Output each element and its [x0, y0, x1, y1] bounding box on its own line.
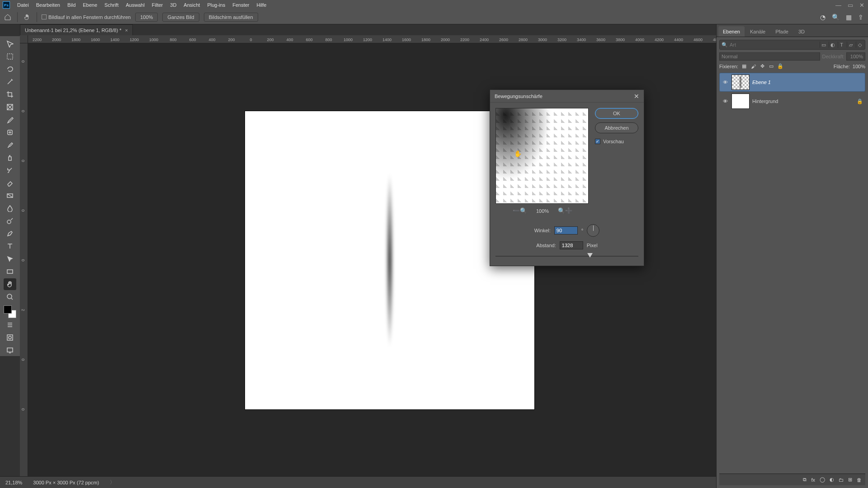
fit-screen-button[interactable]: Ganzes Bild [162, 13, 199, 22]
cloud-docs-icon[interactable]: ◔ [820, 14, 826, 21]
new-layer-icon[interactable]: ⊞ [848, 477, 852, 483]
minimize-icon[interactable]: — [835, 2, 841, 9]
layer-filter-bar[interactable]: 🔍 ▭ ◐ T ▱ ◇ [719, 40, 865, 50]
hand-tool[interactable] [4, 278, 16, 290]
group-icon[interactable]: 🗀 [839, 477, 844, 483]
scroll-all-windows-checkbox[interactable]: Bildlauf in allen Fenstern durchführen [42, 14, 131, 20]
fill-value[interactable]: 100% [853, 64, 865, 69]
lasso-tool[interactable] [4, 63, 16, 75]
adjustment-icon[interactable]: ◐ [830, 477, 834, 483]
zoom-in-icon[interactable]: 🔍➕ [558, 207, 572, 214]
workspace-icon[interactable]: ▦ [846, 14, 852, 21]
screen-mode-tool[interactable] [4, 344, 16, 356]
dodge-tool[interactable] [4, 215, 16, 227]
panel-tab-pfade[interactable]: Pfade [771, 26, 793, 37]
path-select-tool[interactable] [4, 253, 16, 265]
angle-input[interactable]: 90 [554, 226, 578, 235]
link-layers-icon[interactable]: ⧉ [803, 477, 807, 483]
quick-mask-tool[interactable] [4, 332, 16, 343]
lock-all-icon[interactable]: 🔒 [777, 63, 783, 69]
healing-tool[interactable] [4, 127, 16, 138]
status-doc-info[interactable]: 3000 Px × 3000 Px (72 ppcm) [33, 480, 99, 485]
layer-row[interactable]: 👁Hintergrund🔒 [719, 92, 865, 111]
fill-screen-button[interactable]: Bildschirm ausfüllen [204, 13, 258, 22]
menu-item-ansicht[interactable]: Ansicht [180, 2, 203, 8]
fx-icon[interactable]: fx [811, 477, 815, 483]
search-icon[interactable]: 🔍 [832, 14, 840, 21]
lock-transparent-icon[interactable]: ▦ [741, 63, 747, 69]
filter-type-icon[interactable]: T [838, 42, 845, 48]
menu-item-bearbeiten[interactable]: Bearbeiten [33, 2, 64, 8]
zoom-tool[interactable] [4, 291, 16, 303]
brush-tool[interactable] [4, 139, 16, 151]
magic-wand-tool[interactable] [4, 76, 16, 88]
filter-smart-icon[interactable]: ◇ [856, 42, 863, 48]
layer-name[interactable]: Hintergrund [752, 99, 854, 104]
ok-button[interactable]: OK [595, 108, 638, 119]
dialog-titlebar[interactable]: Bewegungsunschärfe ✕ [490, 90, 644, 103]
distance-slider[interactable] [495, 252, 638, 259]
document-tab[interactable]: Unbenannt-1 bei 21,2% (Ebene 1, RGB/8) *… [20, 24, 133, 35]
tab-close-icon[interactable]: × [125, 28, 127, 33]
ruler-horizontal[interactable]: 2200200018001600140012001000800600400200… [28, 35, 716, 43]
eyedropper-tool[interactable] [4, 114, 16, 126]
history-brush-tool[interactable] [4, 164, 16, 176]
distance-input[interactable]: 1328 [560, 241, 583, 249]
status-flyout-icon[interactable]: 〉 [110, 479, 115, 486]
color-swatches[interactable] [4, 305, 16, 318]
visibility-icon[interactable]: 👁 [722, 99, 729, 104]
angle-dial[interactable] [587, 224, 599, 237]
mask-icon[interactable]: ◯ [820, 477, 825, 483]
menu-item-plug-ins[interactable]: Plug-ins [203, 2, 229, 8]
rectangle-tool[interactable] [4, 266, 16, 277]
blend-mode-select[interactable]: Normal [719, 52, 820, 61]
filter-adjust-icon[interactable]: ◐ [829, 42, 836, 48]
zoom-out-icon[interactable]: ➖🔍 [513, 207, 527, 214]
panel-tab-kanäle[interactable]: Kanäle [745, 26, 770, 37]
dialog-close-icon[interactable]: ✕ [634, 93, 639, 100]
slider-thumb[interactable] [587, 253, 593, 258]
close-icon[interactable]: ✕ [859, 2, 864, 9]
move-tool[interactable] [4, 38, 16, 50]
opacity-value[interactable]: 100% [846, 52, 865, 61]
filter-pixel-icon[interactable]: ▭ [820, 42, 827, 48]
layer-filter-input[interactable] [730, 42, 818, 47]
type-tool[interactable] [4, 240, 16, 252]
frame-tool[interactable] [4, 101, 16, 113]
share-icon[interactable]: ⇪ [858, 14, 863, 21]
menu-item-3d[interactable]: 3D [166, 2, 180, 8]
menu-item-filter[interactable]: Filter [148, 2, 166, 8]
delete-layer-icon[interactable]: 🗑 [857, 477, 862, 483]
status-zoom[interactable]: 21,18% [5, 480, 22, 485]
home-icon[interactable] [3, 12, 13, 22]
edit-toolbar-tool[interactable] [4, 319, 16, 331]
layer-name[interactable]: Ebene 1 [752, 80, 863, 85]
panel-tab-3d[interactable]: 3D [794, 26, 809, 37]
marquee-rect-tool[interactable] [4, 51, 16, 62]
fg-color[interactable] [4, 305, 12, 314]
layer-row[interactable]: 👁Ebene 1 [719, 73, 865, 92]
dialog-preview[interactable]: ✋ [495, 108, 589, 204]
panel-tab-ebenen[interactable]: Ebenen [718, 26, 745, 37]
layer-thumbnail[interactable] [731, 75, 750, 90]
menu-item-fenster[interactable]: Fenster [229, 2, 253, 8]
lock-pixels-icon[interactable]: 🖌 [750, 64, 756, 69]
blur-tool[interactable] [4, 202, 16, 214]
visibility-icon[interactable]: 👁 [722, 80, 729, 85]
maximize-icon[interactable]: ▭ [848, 2, 853, 9]
lock-artboard-icon[interactable]: ▭ [768, 63, 774, 69]
preview-checkbox[interactable]: ✓ Vorschau [595, 139, 638, 144]
layer-thumbnail[interactable] [731, 94, 750, 109]
ruler-vertical[interactable]: 00000200 [20, 43, 28, 476]
filter-shape-icon[interactable]: ▱ [847, 42, 854, 48]
menu-item-datei[interactable]: Datei [14, 2, 33, 8]
clone-tool[interactable] [4, 152, 16, 164]
menu-item-bild[interactable]: Bild [64, 2, 79, 8]
menu-item-ebene[interactable]: Ebene [79, 2, 101, 8]
gradient-tool[interactable] [4, 190, 16, 202]
ruler-origin[interactable] [20, 35, 28, 43]
cancel-button[interactable]: Abbrechen [595, 122, 638, 133]
menu-item-auswahl[interactable]: Auswahl [122, 2, 148, 8]
menu-item-hilfe[interactable]: Hilfe [253, 2, 270, 8]
menu-item-schrift[interactable]: Schrift [101, 2, 122, 8]
